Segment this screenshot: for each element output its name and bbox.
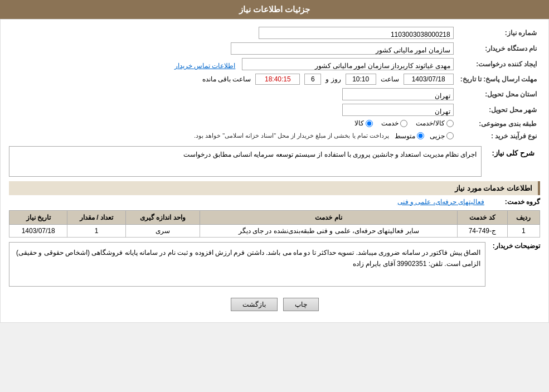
nam-dastgah-value: سازمان امور مالیاتی کشور xyxy=(9,41,457,56)
radio-motavasset-input[interactable] xyxy=(417,132,424,139)
mohlat-value: 1403/07/18 ساعت 10:10 روز و 6 18:40:15 س… xyxy=(9,72,457,86)
noe-farayand-flex: جزیی متوسط پرداخت تمام یا بخشی از مبلغ خ… xyxy=(12,132,454,140)
tawzeh-label: توضیحات خریدار: xyxy=(490,242,540,250)
radio-kala-input[interactable] xyxy=(366,120,373,127)
mohlat-label: مهلت ارسال پاسخ: تا تاریخ: xyxy=(457,72,540,86)
cell-kod: ج-749-74 xyxy=(457,224,507,237)
radio-khedmat[interactable]: خدمت xyxy=(381,119,407,127)
ijad-row: ایجاد کننده درخواست: مهدی غیاثوند کاربرد… xyxy=(9,56,540,72)
radio-motavasset-label: متوسط xyxy=(395,132,415,140)
mohlat-time: 10:10 xyxy=(346,74,376,85)
services-table-body: 1 ج-749-74 سایر فعالیتهای حرفه‌ای، علمی … xyxy=(9,224,540,237)
ostan-input: تهران xyxy=(342,88,454,100)
tabaghebandi-row: طبقه بندی موضوعی: کالا/خدمت خدمت xyxy=(9,118,540,130)
radio-jazee-label: جزیی xyxy=(430,132,445,140)
radio-khedmat-label: خدمت xyxy=(381,119,399,127)
shomara-value: 1103003038000218 xyxy=(204,25,457,41)
ijad-label: ایجاد کننده درخواست: xyxy=(457,56,540,72)
cell-nam: سایر فعالیتهای حرفه‌ای، علمی و فنی طبقه‌… xyxy=(200,224,458,237)
tabaghebandi-label: طبقه بندی موضوعی: xyxy=(457,118,540,130)
radio-jazee-input[interactable] xyxy=(446,132,454,139)
tabaghebandi-radios: کالا/خدمت خدمت کالا xyxy=(354,119,453,127)
col-radif: ردیف xyxy=(507,210,540,224)
noe-farayand-row: نوع فرآیند خرید : جزیی متوسط پرداخت تمام… xyxy=(9,130,540,142)
back-button[interactable]: بازگشت xyxy=(231,298,278,311)
info-table: شماره نیاز: 1103003038000218 نام دستگاه … xyxy=(9,25,540,142)
tawzeh-value: الصاق پیش فاکتور در سامانه ضروری میباشد.… xyxy=(9,242,485,287)
sharh-value: اجرای نظام مدیریت استعداد و جانشین پروری… xyxy=(9,146,482,177)
ijad-value: مهدی غیاثوند کاربرداز سازمان امور مالیات… xyxy=(9,56,457,72)
print-button[interactable]: چاپ xyxy=(283,298,319,311)
mohlat-day: 6 xyxy=(304,74,321,85)
ostan-label: استان محل تحویل: xyxy=(457,86,540,102)
main-container: جزئیات اطلاعات نیاز شماره نیاز: 11030030… xyxy=(0,0,549,323)
radio-khedmat-input[interactable] xyxy=(400,120,407,127)
radio-kala-khedmat-label: کالا/خدمت xyxy=(416,119,444,127)
mohlat-remaining: 18:40:15 xyxy=(255,74,300,85)
ostan-row: استان محل تحویل: تهران xyxy=(9,86,540,102)
services-table: ردیف کد خدمت نام خدمت واحد اندازه گیری ت… xyxy=(9,210,540,238)
col-vahed: واحد اندازه گیری xyxy=(125,210,200,224)
mohlat-date: 1403/07/18 xyxy=(404,74,454,85)
ostan-value: تهران xyxy=(9,86,457,102)
cell-vahed: سری xyxy=(125,224,200,237)
farayand-note: پرداخت تمام یا بخشی از مبلغ خریدار از مح… xyxy=(194,132,389,139)
shahr-input: تهران xyxy=(342,104,454,116)
mohlat-remaining-label: ساعت باقی مانده xyxy=(202,75,251,83)
sharh-label: شرح کلی نیاز: xyxy=(486,146,540,160)
sharh-row: شرح کلی نیاز: اجرای نظام مدیریت استعداد … xyxy=(9,146,540,177)
content-area: شماره نیاز: 1103003038000218 نام دستگاه … xyxy=(0,19,549,323)
ijad-input: مهدی غیاثوند کاربرداز سازمان امور مالیات… xyxy=(242,58,454,70)
tabaghebandi-value: کالا/خدمت خدمت کالا xyxy=(9,118,457,130)
shomara-label: شماره نیاز: xyxy=(457,25,540,41)
radio-kala-label: کالا xyxy=(354,119,364,127)
shahr-label: شهر محل تحویل: xyxy=(457,102,540,118)
shahr-row: شهر محل تحویل: تهران xyxy=(9,102,540,118)
noe-farayand-value: جزیی متوسط پرداخت تمام یا بخشی از مبلغ خ… xyxy=(9,130,457,142)
buttons-row: چاپ بازگشت xyxy=(9,292,540,317)
radio-kala[interactable]: کالا xyxy=(354,119,373,127)
cell-tedad: 1 xyxy=(67,224,125,237)
radio-kala-khedmat-input[interactable] xyxy=(446,120,454,127)
col-tarikh: تاریخ نیاز xyxy=(9,210,67,224)
col-nam: نام خدمت xyxy=(200,210,458,224)
radio-kala-khedmat[interactable]: کالا/خدمت xyxy=(416,119,453,127)
cell-tarikh: 1403/07/18 xyxy=(9,224,67,237)
noe-farayand-label: نوع فرآیند خرید : xyxy=(457,130,540,142)
group-value[interactable]: فعالیتهای حرفه‌ای، علمی و فنی xyxy=(397,198,484,206)
tawzeh-row: توضیحات خریدار: الصاق پیش فاکتور در ساما… xyxy=(9,242,540,287)
group-label: گروه خدمت: xyxy=(490,198,540,206)
shahr-value: تهران xyxy=(9,102,457,118)
nam-dastgah-row: نام دستگاه خریدار: سازمان امور مالیاتی ک… xyxy=(9,41,540,56)
mohlat-row: مهلت ارسال پاسخ: تا تاریخ: 1403/07/18 سا… xyxy=(9,72,540,86)
mohlat-flex: 1403/07/18 ساعت 10:10 روز و 6 18:40:15 س… xyxy=(12,74,454,85)
shomara-row: شماره نیاز: 1103003038000218 xyxy=(9,25,540,41)
group-service-row: گروه خدمت: فعالیتهای حرفه‌ای، علمی و فنی xyxy=(9,198,540,206)
radio-jazee[interactable]: جزیی xyxy=(430,132,454,140)
ijad-link[interactable]: اطلاعات تماس خریدار xyxy=(174,62,236,70)
mohlat-time-label: ساعت xyxy=(381,75,399,83)
shomara-input: 1103003038000218 xyxy=(259,27,454,39)
services-section-title: اطلاعات خدمات مورد نیاز xyxy=(9,181,540,195)
nam-dastgah-label: نام دستگاه خریدار: xyxy=(457,41,540,56)
nam-dastgah-input: سازمان امور مالیاتی کشور xyxy=(231,42,454,55)
col-tedad: تعداد / مقدار xyxy=(67,210,125,224)
table-row: 1 ج-749-74 سایر فعالیتهای حرفه‌ای، علمی … xyxy=(9,224,540,237)
mohlat-day-label: روز و xyxy=(325,75,341,83)
col-kod: کد خدمت xyxy=(457,210,507,224)
page-header: جزئیات اطلاعات نیاز xyxy=(0,0,549,19)
radio-motavasset[interactable]: متوسط xyxy=(395,132,424,140)
cell-radif: 1 xyxy=(507,224,540,237)
page-title: جزئیات اطلاعات نیاز xyxy=(239,4,310,14)
services-table-header: ردیف کد خدمت نام خدمت واحد اندازه گیری ت… xyxy=(9,210,540,224)
